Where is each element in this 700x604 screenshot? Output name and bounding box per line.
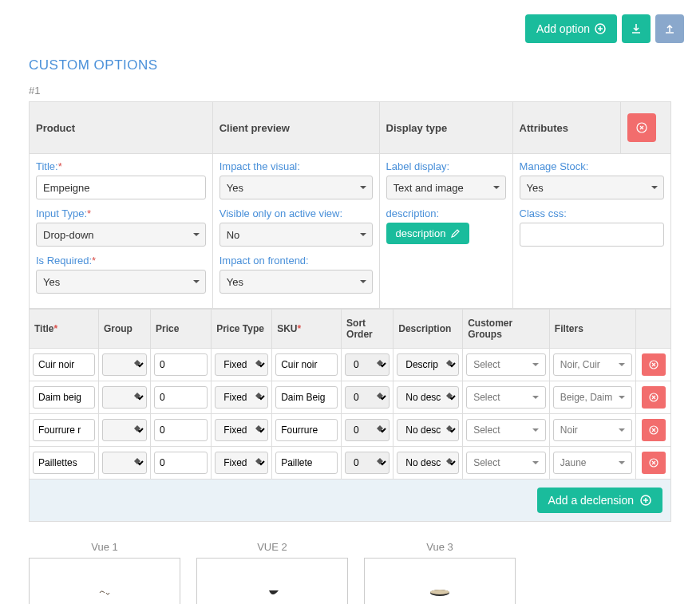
row-title-input[interactable] bbox=[33, 419, 95, 441]
description-label: description: bbox=[386, 207, 506, 219]
row-group-select[interactable] bbox=[102, 353, 147, 376]
required-label: Is Required:* bbox=[36, 255, 206, 266]
row-group-select[interactable] bbox=[102, 386, 147, 409]
row-price-type-select[interactable]: Fixed bbox=[215, 386, 268, 409]
row-sort-select[interactable]: 0 bbox=[345, 386, 390, 409]
row-price-type-select[interactable]: Fixed bbox=[215, 353, 268, 376]
plus-circle-icon bbox=[640, 495, 651, 506]
row-filter-select[interactable]: Noir bbox=[553, 419, 633, 441]
view-column: Vue 1Add template bbox=[29, 541, 180, 604]
label-display-select[interactable]: Text and image bbox=[386, 176, 506, 199]
th-row-title: Title* bbox=[30, 310, 99, 349]
add-declension-button[interactable]: Add a declension bbox=[537, 488, 662, 513]
row-price-input[interactable] bbox=[154, 353, 208, 376]
upload-icon bbox=[663, 22, 676, 35]
row-desc-select[interactable]: No desc bbox=[397, 419, 459, 441]
row-sku-input[interactable] bbox=[275, 452, 338, 474]
view-column: Vue 3Add template bbox=[364, 541, 516, 604]
row-sku-input[interactable] bbox=[275, 353, 338, 376]
preview-thumbnail-icon bbox=[428, 587, 452, 598]
row-filter-select[interactable]: Jaune bbox=[553, 452, 633, 474]
impact-visual-select[interactable]: Yes bbox=[219, 176, 373, 199]
download-icon bbox=[630, 22, 643, 35]
row-group-select[interactable] bbox=[102, 419, 147, 441]
row-sort-select[interactable]: 0 bbox=[345, 419, 390, 441]
config-table: Product Client preview Display type Attr… bbox=[29, 101, 671, 309]
row-title-input[interactable] bbox=[33, 353, 95, 376]
row-price-input[interactable] bbox=[154, 386, 208, 409]
row-delete-button[interactable] bbox=[642, 353, 666, 376]
th-row-del bbox=[636, 310, 671, 349]
row-filter-select[interactable]: Beige, Daim bbox=[553, 386, 633, 409]
view-preview-box[interactable] bbox=[364, 558, 516, 604]
th-display-type: Display type bbox=[379, 102, 512, 154]
plus-circle-icon bbox=[595, 23, 606, 34]
row-price-type-select[interactable]: Fixed bbox=[215, 452, 268, 474]
row-sort-select[interactable]: 0 bbox=[345, 452, 390, 474]
preview-thumbnail-icon bbox=[263, 587, 282, 598]
visible-active-select[interactable]: No bbox=[219, 223, 373, 247]
export-button[interactable] bbox=[655, 14, 684, 43]
th-row-sort: Sort Order bbox=[342, 310, 394, 349]
row-sku-input[interactable] bbox=[275, 386, 338, 409]
row-sku-input[interactable] bbox=[275, 419, 338, 441]
row-price-input[interactable] bbox=[154, 419, 208, 441]
row-cg-select[interactable]: Select bbox=[466, 386, 546, 409]
add-option-label: Add option bbox=[536, 22, 590, 35]
close-circle-icon bbox=[649, 393, 658, 402]
impact-frontend-label: Impact on frontend: bbox=[219, 255, 373, 266]
title-input[interactable] bbox=[36, 176, 206, 199]
row-sort-select[interactable]: 0 bbox=[345, 353, 390, 376]
th-product: Product bbox=[30, 102, 213, 154]
manage-stock-label: Manage Stock: bbox=[520, 160, 664, 172]
delete-option-button[interactable] bbox=[627, 113, 656, 142]
row-cg-select[interactable]: Select bbox=[466, 353, 546, 376]
view-preview-box[interactable] bbox=[196, 558, 348, 604]
view-title: Vue 1 bbox=[29, 541, 180, 553]
class-css-input[interactable] bbox=[520, 223, 664, 247]
view-title: Vue 3 bbox=[364, 541, 516, 553]
add-option-button[interactable]: Add option bbox=[525, 14, 617, 43]
table-row: Fixed0No descSelectBeige, Daim bbox=[30, 381, 671, 414]
row-group-select[interactable] bbox=[102, 452, 147, 474]
class-css-label: Class css: bbox=[520, 207, 664, 219]
row-cg-select[interactable]: Select bbox=[466, 419, 546, 441]
th-row-desc: Description bbox=[394, 310, 463, 349]
table-row: Fixed0DescripSelectNoir, Cuir bbox=[30, 349, 671, 381]
manage-stock-select[interactable]: Yes bbox=[520, 176, 664, 199]
row-price-type-select[interactable]: Fixed bbox=[215, 419, 268, 441]
description-button[interactable]: description bbox=[386, 223, 470, 244]
svg-point-10 bbox=[430, 590, 449, 594]
row-filter-select[interactable]: Noir, Cuir bbox=[553, 353, 633, 376]
th-delete bbox=[621, 102, 671, 154]
impact-frontend-select[interactable]: Yes bbox=[219, 270, 373, 294]
import-button[interactable] bbox=[622, 14, 651, 43]
row-cg-select[interactable]: Select bbox=[466, 452, 546, 474]
row-price-input[interactable] bbox=[154, 452, 208, 474]
view-title: VUE 2 bbox=[196, 541, 348, 553]
table-row: Fixed0No descSelectNoir bbox=[30, 414, 671, 447]
row-delete-button[interactable] bbox=[642, 419, 666, 441]
client-preview-cell: Impact the visual: Yes Visible only on a… bbox=[212, 154, 379, 309]
close-circle-icon bbox=[649, 360, 658, 369]
product-cell: Title:* Input Type:* Drop-down Is Requir… bbox=[30, 154, 213, 309]
row-title-input[interactable] bbox=[33, 452, 95, 474]
row-desc-select[interactable]: Descrip bbox=[397, 353, 459, 376]
row-desc-select[interactable]: No desc bbox=[397, 452, 459, 474]
row-delete-button[interactable] bbox=[642, 386, 666, 409]
impact-visual-label: Impact the visual: bbox=[219, 160, 373, 172]
close-circle-icon bbox=[649, 458, 658, 468]
view-preview-box[interactable] bbox=[29, 558, 180, 604]
th-client-preview: Client preview bbox=[212, 102, 379, 154]
row-delete-button[interactable] bbox=[642, 452, 666, 474]
options-rows-table: Title* Group Price Price Type SKU* Sort … bbox=[29, 309, 671, 480]
row-desc-select[interactable]: No desc bbox=[397, 386, 459, 409]
th-row-group: Group bbox=[98, 310, 150, 349]
section-tag: #1 bbox=[0, 85, 700, 101]
th-row-price-type: Price Type bbox=[212, 310, 272, 349]
row-title-input[interactable] bbox=[33, 386, 95, 409]
th-row-filters: Filters bbox=[549, 310, 636, 349]
required-select[interactable]: Yes bbox=[36, 270, 206, 294]
input-type-select[interactable]: Drop-down bbox=[36, 223, 206, 247]
attributes-cell: Manage Stock: Yes Class css: bbox=[512, 154, 670, 309]
